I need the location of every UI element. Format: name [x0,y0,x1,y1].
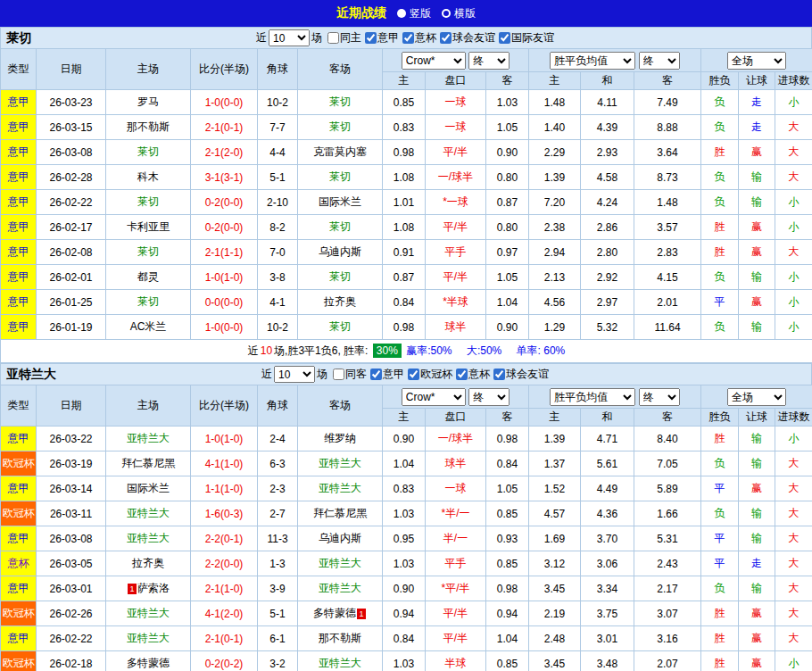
checkbox-input[interactable] [402,32,414,44]
checkbox-label: 意甲 [377,30,399,46]
euro-away-odds-cell: 2.07 [634,651,701,671]
filter-checkbox[interactable]: 球会友谊 [493,367,549,382]
europe-company-select[interactable]: 胜平负均值 [550,388,635,406]
league-type-cell: 意甲 [1,165,37,190]
euro-home-odds-cell: 2.29 [529,140,581,165]
match-row: 欧冠杯26-03-11亚特兰大1-6(0-3)2-7拜仁慕尼黑1.03*半/一0… [1,501,812,526]
checkbox-input[interactable] [440,32,452,44]
match-row: 意甲26-01-25莱切0-0(0-0)4-1拉齐奥0.84*半球1.044.5… [1,290,812,315]
match-date-cell: 26-03-15 [37,115,106,140]
filter-checkbox[interactable]: 意甲 [370,367,404,382]
checkbox-input[interactable] [327,32,339,44]
goals-result-cell: 大 [775,240,812,265]
goals-result-cell: 大 [775,526,812,551]
result-cell: 平 [701,551,739,576]
handicap-cell: 平/半 [426,140,486,165]
handicap-result-cell: 输 [739,576,775,601]
filter-checkbox[interactable]: 意甲 [365,30,399,46]
corners-cell: 6-1 [258,626,298,651]
radio-vertical[interactable]: 竖版 [397,6,431,21]
checkbox-input[interactable] [370,369,382,380]
away-team-cell: 莱切 [298,165,383,190]
handicap-cell: 平/半 [426,215,486,240]
handicap-cell: 平/半 [426,265,486,290]
euro-draw-odds-cell: 4.24 [581,190,634,215]
scope-select[interactable]: 全场 [727,52,786,70]
checkbox-input[interactable] [499,32,510,44]
asia-company-select[interactable]: Crow* [402,52,466,70]
europe-time-select[interactable]: 终 [639,52,680,70]
scope-select[interactable]: 全场 [727,388,786,406]
score-cell: 2-1(0-1) [191,626,258,651]
score-cell: 1-6(0-3) [191,501,258,526]
col-header-type: 类型 [1,49,37,90]
result-cell: 负 [701,165,739,190]
asia-home-odds-cell: 1.04 [383,451,426,476]
europe-company-select[interactable]: 胜平负均值 [550,52,635,70]
match-date-cell: 26-02-22 [37,626,106,651]
asia-home-odds-cell: 0.87 [383,265,426,290]
radio-horizontal[interactable]: 横版 [442,6,476,21]
asia-company-select[interactable]: Crow* [402,388,466,406]
corners-cell: 7-7 [258,115,298,140]
filter-checkbox[interactable]: 意杯 [456,367,490,382]
checkbox-input[interactable] [333,369,344,380]
match-row: 意甲26-03-011萨索洛2-1(1-0)3-9亚特兰大0.90*平/半0.9… [1,576,812,601]
filter-checkbox[interactable]: 同主 [327,30,361,46]
away-team-cell: 克雷莫内塞 [298,140,383,165]
subcol-result: 胜负 [701,72,739,90]
filter-checkbox[interactable]: 球会友谊 [440,30,495,46]
asia-away-odds-cell: 0.85 [486,651,529,671]
corners-cell: 3-9 [258,576,298,601]
checkbox-input[interactable] [365,32,377,44]
asia-time-select[interactable]: 终 [468,52,510,70]
filter-checkbox[interactable]: 国际友谊 [499,30,554,46]
league-type-cell: 意甲 [1,190,37,215]
asia-away-odds-cell: 0.85 [486,501,529,526]
league-type-cell: 意甲 [1,476,37,501]
checkbox-input[interactable] [493,369,505,380]
asia-away-odds-cell: 0.93 [486,526,529,551]
over-rate: 大:50% [467,344,501,357]
result-cell: 负 [701,576,739,601]
handicap-cell: 一球 [426,90,486,115]
handicap-cell: 平手 [426,240,486,265]
handicap-cell: 一球 [426,115,486,140]
match-rows: 意甲26-03-22亚特兰大1-0(1-0)2-4维罗纳0.90一/球半0.98… [1,427,812,671]
match-count-select[interactable]: 10 [274,366,315,383]
asia-home-odds-cell: 0.90 [383,427,426,451]
match-row: 意杯26-03-05拉齐奥2-2(0-0)1-3亚特兰大1.03平手0.853.… [1,551,812,576]
score-cell: 2-2(0-1) [191,526,258,551]
score-cell: 1-0(0-0) [191,90,258,115]
checkbox-input[interactable] [408,369,419,380]
handicap-result-cell: 走 [739,551,775,576]
checkbox-input[interactable] [456,369,468,380]
home-team-cell: 多特蒙德 [106,651,191,671]
summary-row: 近10场,胜3平1负6, 胜率: 30% 赢率:50% 大:50% 单率: 60… [1,340,812,363]
handicap-cell: *平/半 [426,576,486,601]
league-type-cell: 欧冠杯 [1,601,37,626]
asia-away-odds-cell: 1.03 [486,90,529,115]
match-count-select[interactable]: 10 [269,29,310,46]
filter-checkbox[interactable]: 意杯 [402,30,436,46]
goals-result-cell: 小 [775,315,812,340]
euro-home-odds-cell: 2.94 [529,240,581,265]
filter-checkbox[interactable]: 同客 [333,367,367,382]
filter-checkbox[interactable]: 欧冠杯 [408,367,452,382]
europe-time-select[interactable]: 终 [639,388,680,406]
home-team-cell: 都灵 [106,265,191,290]
euro-away-odds-cell: 2.43 [634,551,701,576]
home-team-cell: 拉齐奥 [106,551,191,576]
match-date-cell: 26-01-25 [37,290,106,315]
col-header-away: 客场 [298,385,383,427]
home-team-cell: 那不勒斯 [106,115,191,140]
home-team-cell: 莱切 [106,140,191,165]
euro-home-odds-cell: 7.20 [529,190,581,215]
asia-away-odds-cell: 0.87 [486,190,529,215]
result-cell: 平 [701,476,739,501]
asia-time-select[interactable]: 终 [468,388,510,406]
home-team-cell: 莱切 [106,240,191,265]
away-team-cell: 维罗纳 [298,427,383,451]
home-team-cell: 亚特兰大 [106,626,191,651]
euro-home-odds-cell: 2.48 [529,626,581,651]
